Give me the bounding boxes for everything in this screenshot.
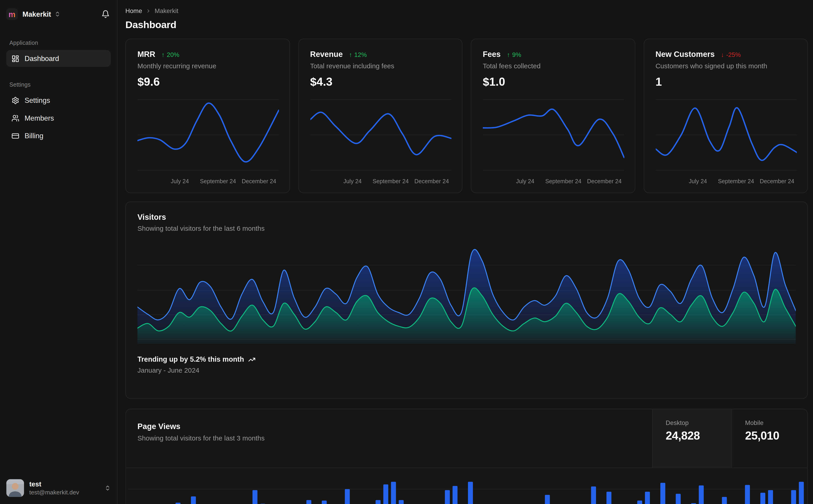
sparkline-x-axis: July 24 September 24 December 24 xyxy=(656,177,797,186)
sparkline-x-axis: July 24 September 24 December 24 xyxy=(310,177,451,186)
stat-title: Revenue xyxy=(310,50,343,58)
page-views-bar-chart xyxy=(128,468,805,504)
new-customers-sparkline-chart xyxy=(656,95,797,175)
tab-desktop[interactable]: Desktop 24,828 xyxy=(652,409,731,468)
stat-card-fees: Fees ↑9% Total fees collected $1.0 July … xyxy=(471,39,635,193)
gear-icon xyxy=(11,96,19,104)
sparkline-svg xyxy=(310,95,451,175)
credit-card-icon xyxy=(11,132,19,140)
logo-letter: m xyxy=(8,10,15,18)
trend-badge: ↑9% xyxy=(507,51,521,58)
tab-value: 25,010 xyxy=(745,429,807,443)
stat-cards-row: MRR ↑20% Monthly recurring revenue $9.6 … xyxy=(125,39,808,193)
page-views-subtitle: Showing total visitors for the last 3 mo… xyxy=(137,434,652,442)
user-name: test xyxy=(29,480,79,488)
sidebar-item-label: Members xyxy=(24,114,54,122)
workspace-name: Makerkit xyxy=(22,10,51,18)
breadcrumb-current: Makerkit xyxy=(154,7,178,15)
nav-section-label: Settings xyxy=(6,81,111,88)
visitors-trend-text: Trending up by 5.2% this month xyxy=(137,355,244,363)
breadcrumb-home-link[interactable]: Home xyxy=(125,7,142,15)
x-tick-label: July 24 xyxy=(516,178,534,184)
trend-badge: ↑20% xyxy=(161,51,179,58)
x-tick-label: September 24 xyxy=(718,178,754,184)
page-views-chart-svg xyxy=(128,468,805,504)
stat-value: $1.0 xyxy=(483,75,624,89)
main-content: Home Makerkit Dashboard MRR ↑20% Monthly… xyxy=(117,0,813,504)
trend-badge: ↑12% xyxy=(349,51,367,58)
stat-title: Fees xyxy=(483,50,501,58)
stat-value: 1 xyxy=(656,75,797,89)
trend-down-arrow-icon: ↓ xyxy=(721,51,724,58)
page-views-header: Page Views Showing total visitors for th… xyxy=(126,409,807,468)
stat-title: New Customers xyxy=(656,50,715,58)
users-icon xyxy=(11,114,19,122)
user-avatar xyxy=(6,479,24,497)
page-views-title: Page Views xyxy=(137,422,652,431)
tab-value: 24,828 xyxy=(666,429,732,443)
sparkline-svg xyxy=(656,95,797,175)
trend-up-arrow-icon: ↑ xyxy=(349,51,352,58)
visitors-period: January - June 2024 xyxy=(137,366,796,374)
stat-card-revenue: Revenue ↑12% Total revenue including fee… xyxy=(298,39,462,193)
nav-section-settings: Settings Settings Members Billing xyxy=(6,81,111,145)
mrr-sparkline-chart xyxy=(137,95,279,175)
x-tick-label: September 24 xyxy=(545,178,581,184)
sidebar-item-members[interactable]: Members xyxy=(6,110,111,126)
x-tick-label: September 24 xyxy=(373,178,409,184)
user-email: test@makerkit.dev xyxy=(29,488,79,496)
sparkline-svg xyxy=(483,95,624,175)
makerkit-logo: m xyxy=(6,8,18,20)
chevrons-up-down-icon xyxy=(104,485,111,491)
trend-up-arrow-icon: ↑ xyxy=(507,51,510,58)
notifications-bell-icon[interactable] xyxy=(100,9,111,19)
stat-description: Customers who signed up this month xyxy=(656,62,797,70)
stat-description: Total fees collected xyxy=(483,62,624,70)
x-tick-label: September 24 xyxy=(200,178,236,184)
stat-description: Monthly recurring revenue xyxy=(137,62,279,70)
trending-up-icon xyxy=(248,356,256,363)
user-menu[interactable]: test test@makerkit.dev xyxy=(6,479,111,497)
sidebar-item-settings[interactable]: Settings xyxy=(6,92,111,109)
chevrons-up-down-icon xyxy=(54,11,60,17)
workspace-switcher[interactable]: m Makerkit xyxy=(6,6,111,22)
stat-card-new-customers: New Customers ↓-25% Customers who signed… xyxy=(644,39,808,193)
visitors-title: Visitors xyxy=(137,212,796,221)
nav-section-application: Application Dashboard xyxy=(6,40,111,68)
sparkline-svg xyxy=(137,95,279,175)
x-tick-label: July 24 xyxy=(344,178,362,184)
breadcrumb: Home Makerkit xyxy=(125,7,808,15)
sidebar-item-billing[interactable]: Billing xyxy=(6,127,111,144)
sidebar-item-dashboard[interactable]: Dashboard xyxy=(6,50,111,67)
stat-card-mrr: MRR ↑20% Monthly recurring revenue $9.6 … xyxy=(125,39,290,193)
visitors-chart-svg xyxy=(137,245,796,344)
tab-label: Mobile xyxy=(745,419,807,427)
visitors-footer: Trending up by 5.2% this month January -… xyxy=(137,355,796,374)
trend-badge: ↓-25% xyxy=(721,51,741,58)
sidebar-item-label: Billing xyxy=(24,132,43,140)
stat-title: MRR xyxy=(137,50,155,58)
nav-section-label: Application xyxy=(6,40,111,46)
dashboard-grid-icon xyxy=(11,55,19,62)
x-tick-label: December 24 xyxy=(760,178,794,184)
chevron-right-icon xyxy=(146,8,151,14)
page-views-card: Page Views Showing total visitors for th… xyxy=(125,409,808,504)
x-tick-label: December 24 xyxy=(587,178,622,184)
x-tick-label: December 24 xyxy=(242,178,276,184)
tab-mobile[interactable]: Mobile 25,010 xyxy=(732,409,807,468)
sidebar: m Makerkit Application Dashboard Setting… xyxy=(0,0,117,504)
x-tick-label: December 24 xyxy=(414,178,449,184)
sparkline-x-axis: July 24 September 24 December 24 xyxy=(137,177,279,186)
trend-up-arrow-icon: ↑ xyxy=(161,51,165,58)
revenue-sparkline-chart xyxy=(310,95,451,175)
app-root: m Makerkit Application Dashboard Setting… xyxy=(0,0,813,504)
visitors-subtitle: Showing total visitors for the last 6 mo… xyxy=(137,224,796,232)
sidebar-item-label: Dashboard xyxy=(24,55,59,62)
stat-value: $4.3 xyxy=(310,75,451,89)
visitors-area-chart xyxy=(137,245,796,344)
page-title: Dashboard xyxy=(125,19,808,31)
stat-description: Total revenue including fees xyxy=(310,62,451,70)
tab-label: Desktop xyxy=(666,419,732,427)
sparkline-x-axis: July 24 September 24 December 24 xyxy=(483,177,624,186)
fees-sparkline-chart xyxy=(483,95,624,175)
